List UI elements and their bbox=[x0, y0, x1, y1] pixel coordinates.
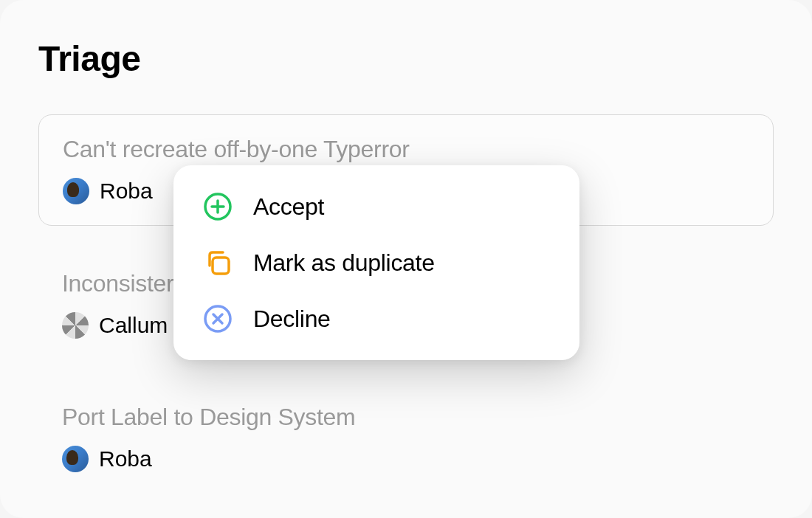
copy-icon bbox=[203, 248, 233, 277]
issue-item[interactable]: Port Label to Design System Roba bbox=[38, 383, 774, 493]
page-title: Triage bbox=[38, 38, 774, 79]
menu-item-decline[interactable]: Decline bbox=[194, 295, 559, 342]
issue-assignee: Roba bbox=[62, 446, 750, 472]
assignee-name: Roba bbox=[99, 446, 152, 472]
issue-title: Port Label to Design System bbox=[62, 404, 750, 431]
svg-rect-1 bbox=[213, 258, 229, 274]
menu-item-label: Decline bbox=[253, 305, 331, 333]
triage-panel: Triage Can't recreate off-by-one Typerro… bbox=[0, 0, 812, 518]
context-menu: Accept Mark as duplicate Decline bbox=[173, 165, 579, 360]
menu-item-label: Accept bbox=[253, 193, 324, 221]
menu-item-label: Mark as duplicate bbox=[253, 249, 435, 277]
issue-title: Can't recreate off-by-one Typerror bbox=[63, 136, 749, 163]
plus-circle-icon bbox=[203, 192, 233, 221]
avatar bbox=[62, 312, 89, 339]
menu-item-accept[interactable]: Accept bbox=[194, 183, 559, 230]
assignee-name: Roba bbox=[100, 179, 153, 204]
x-circle-icon bbox=[203, 304, 233, 334]
avatar bbox=[63, 178, 89, 204]
avatar bbox=[62, 446, 89, 472]
menu-item-duplicate[interactable]: Mark as duplicate bbox=[194, 239, 559, 286]
assignee-name: Callum bbox=[99, 313, 168, 338]
